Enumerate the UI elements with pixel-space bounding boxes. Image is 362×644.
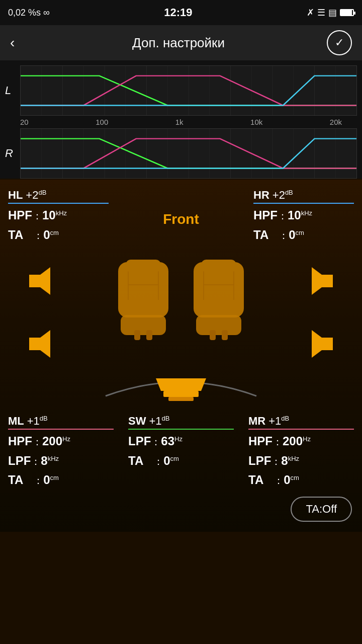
sw-ta: TA ：0cm bbox=[128, 451, 234, 470]
status-right: ✗ ☰ ▤ bbox=[307, 7, 354, 18]
mr-name-line: MR +1dB bbox=[248, 415, 354, 428]
svg-rect-43 bbox=[196, 315, 241, 335]
hr-db: +2dB bbox=[273, 189, 293, 202]
signal-icon: ☰ bbox=[317, 7, 325, 18]
mr-lpf: LPF：8kHz bbox=[248, 451, 354, 470]
ml-lpf: LPF：8kHz bbox=[8, 451, 114, 470]
signal2-icon: ▤ bbox=[328, 7, 337, 18]
freq-1k: 1k bbox=[175, 118, 184, 126]
main-content: HL +2dB HPF：10kHz TA ：0cm Front HR +2dB bbox=[0, 180, 362, 532]
eq-svg-R bbox=[21, 129, 356, 178]
ml-speaker-svg bbox=[25, 328, 58, 360]
ml-name: ML bbox=[8, 415, 24, 428]
freq-10k: 10k bbox=[250, 118, 262, 126]
front-label: Front bbox=[163, 211, 199, 227]
eq-chart-R: R bbox=[0, 128, 362, 179]
mr-ta: TA ：0cm bbox=[248, 470, 354, 490]
freq-20k: 20k bbox=[330, 118, 342, 126]
hl-name: HL bbox=[8, 189, 23, 202]
battery-icon bbox=[340, 9, 354, 16]
back-button[interactable]: ‹ bbox=[10, 35, 30, 51]
mr-speaker-svg bbox=[304, 328, 337, 360]
svg-marker-54 bbox=[156, 378, 206, 391]
hl-info: HL +2dB HPF：10kHz TA ：0cm bbox=[8, 189, 109, 245]
ml-info: ML +1dB HPF：200Hz LPF：8kHz TA ：0cm bbox=[8, 415, 114, 490]
svg-rect-56 bbox=[168, 397, 194, 401]
seat-right-svg bbox=[186, 260, 251, 345]
hr-info: HR +2dB HPF：10kHz TA ：0cm bbox=[253, 189, 354, 245]
eq-freq-labels: 20 100 1k 10k 20k bbox=[0, 117, 362, 128]
car-seats bbox=[111, 260, 251, 345]
freq-100: 100 bbox=[96, 118, 108, 126]
car-diagram bbox=[0, 250, 362, 411]
confirm-button[interactable]: ✓ bbox=[327, 30, 352, 55]
sw-name-line: SW +1dB bbox=[128, 415, 234, 428]
status-time: 12:19 bbox=[164, 6, 192, 19]
sw-underline bbox=[128, 429, 234, 430]
ta-off-button[interactable]: TA:Off bbox=[291, 497, 352, 522]
mr-underline bbox=[248, 429, 354, 430]
svg-rect-47 bbox=[201, 260, 236, 272]
hl-speaker-icon bbox=[25, 265, 58, 299]
hr-speaker-svg bbox=[304, 265, 337, 297]
speaker-row-bottom: ML +1dB HPF：200Hz LPF：8kHz TA ：0cm SW +1… bbox=[0, 415, 362, 490]
sw-lpf: LPF：63Hz bbox=[128, 432, 234, 451]
eq-L-label: L bbox=[5, 84, 20, 97]
svg-rect-35 bbox=[121, 315, 166, 335]
svg-rect-48 bbox=[210, 330, 216, 340]
mr-speaker-icon bbox=[304, 328, 337, 362]
hl-speaker-svg bbox=[25, 265, 58, 297]
hr-underline bbox=[253, 203, 354, 204]
seat-left-svg bbox=[111, 260, 176, 345]
hl-name-line: HL +2dB bbox=[8, 189, 109, 202]
ml-ta: TA ：0cm bbox=[8, 470, 114, 490]
eq-canvas-L bbox=[20, 65, 357, 116]
sw-info: SW +1dB LPF：63Hz TA ：0cm bbox=[128, 415, 234, 490]
svg-marker-52 bbox=[312, 330, 332, 358]
hr-hpf: HPF：10kHz bbox=[253, 206, 354, 225]
svg-rect-41 bbox=[146, 330, 152, 340]
hr-ta: TA ：0cm bbox=[253, 225, 354, 245]
svg-rect-40 bbox=[134, 330, 140, 340]
svg-rect-51 bbox=[29, 338, 31, 350]
freq-20: 20 bbox=[20, 118, 29, 126]
mr-name: MR bbox=[248, 415, 265, 428]
status-left: 0,02 %s ∞ bbox=[8, 8, 50, 18]
ml-name-line: ML +1dB bbox=[8, 415, 114, 428]
eq-section: L bbox=[0, 60, 362, 179]
svg-rect-53 bbox=[331, 338, 333, 350]
mr-hpf: HPF：200Hz bbox=[248, 432, 354, 451]
page-title: Доп. настройки bbox=[132, 35, 225, 51]
header: ‹ Доп. настройки ✓ bbox=[0, 25, 362, 60]
ml-speaker-icon bbox=[25, 328, 58, 362]
hr-speaker-icon bbox=[304, 265, 337, 299]
sw-db: +1dB bbox=[149, 415, 169, 428]
svg-rect-39 bbox=[126, 260, 161, 272]
svg-rect-33 bbox=[331, 275, 333, 287]
eq-canvas-R bbox=[20, 128, 357, 179]
status-bar: 0,02 %s ∞ 12:19 ✗ ☰ ▤ bbox=[0, 0, 362, 25]
svg-rect-55 bbox=[163, 391, 199, 397]
sw-svg bbox=[151, 376, 211, 404]
eq-R-label: R bbox=[5, 147, 20, 160]
hl-ta: TA ：0cm bbox=[8, 225, 109, 245]
hr-name-line: HR +2dB bbox=[253, 189, 354, 202]
status-text: 0,02 %s ∞ bbox=[8, 8, 50, 18]
mr-db: +1dB bbox=[268, 415, 289, 428]
mr-info: MR +1dB HPF：200Hz LPF：8kHz TA ：0cm bbox=[248, 415, 354, 490]
svg-marker-30 bbox=[30, 267, 50, 295]
eq-chart-L: L bbox=[0, 65, 362, 116]
hl-hpf: HPF：10kHz bbox=[8, 206, 109, 225]
ml-db: +1dB bbox=[27, 415, 48, 428]
speaker-row-top: HL +2dB HPF：10kHz TA ：0cm Front HR +2dB bbox=[0, 185, 362, 245]
ml-hpf: HPF：200Hz bbox=[8, 432, 114, 451]
sw-icon bbox=[151, 376, 211, 406]
hl-underline bbox=[8, 203, 109, 204]
hr-name: HR bbox=[253, 189, 269, 202]
svg-marker-50 bbox=[30, 330, 50, 358]
ml-underline bbox=[8, 429, 114, 430]
hl-db: +2dB bbox=[26, 189, 46, 202]
svg-marker-32 bbox=[312, 267, 332, 295]
bluetooth-icon: ✗ bbox=[307, 7, 314, 18]
sw-name: SW bbox=[128, 415, 146, 428]
